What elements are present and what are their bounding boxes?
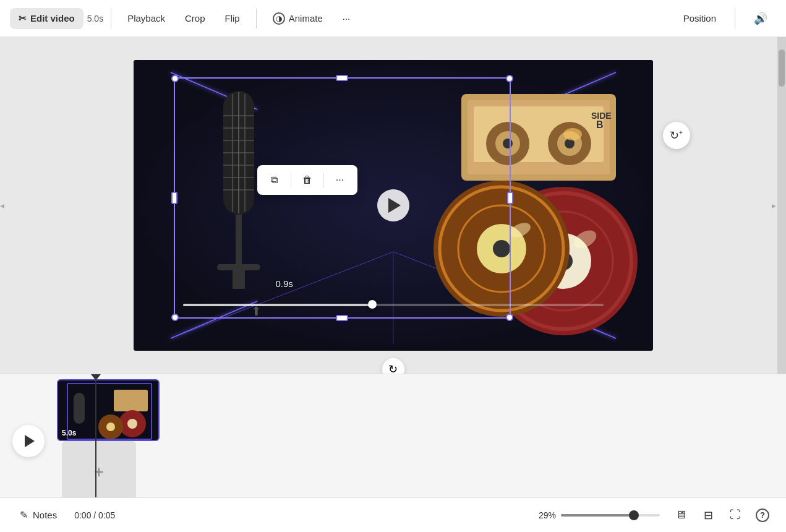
monitor-icon: 🖥 bbox=[675, 508, 686, 521]
time-total: 0:05 bbox=[98, 510, 115, 520]
position-button[interactable]: Position bbox=[675, 8, 725, 28]
delete-button[interactable]: 🗑 bbox=[296, 169, 318, 191]
microphone-element bbox=[189, 91, 288, 326]
duplicate-button[interactable]: ⧉ bbox=[263, 169, 286, 191]
ctx-divider-1 bbox=[291, 173, 291, 187]
refresh-button[interactable]: ↻ bbox=[382, 358, 404, 374]
edit-video-button[interactable]: ✂ Edit video bbox=[10, 8, 83, 29]
clip-duration-label: 5.0s bbox=[62, 429, 76, 437]
svg-point-40 bbox=[563, 128, 582, 140]
crop-label: Crop bbox=[185, 13, 205, 24]
add-comment-icon: ↻+ bbox=[670, 129, 683, 142]
time-current: 0:00 bbox=[74, 510, 91, 520]
clip-thumbnail[interactable]: 5.0s bbox=[57, 379, 160, 441]
playback-label: Playback bbox=[127, 13, 165, 24]
duration-badge: 5.0s bbox=[87, 14, 103, 24]
svg-rect-62 bbox=[74, 393, 85, 424]
cursor-indicator: ⬆ bbox=[251, 304, 262, 319]
pages-button[interactable]: ⊟ bbox=[697, 504, 719, 526]
refresh-icon: ↻ bbox=[388, 363, 398, 374]
notes-icon: ✎ bbox=[20, 509, 28, 521]
flip-label: Flip bbox=[225, 13, 240, 24]
playback-button[interactable]: Playback bbox=[119, 8, 174, 28]
monitor-button[interactable]: 🖥 bbox=[670, 504, 692, 526]
time-indicator: 0.9s bbox=[276, 278, 293, 289]
add-comment-button[interactable]: ↻+ bbox=[663, 122, 690, 149]
animate-button[interactable]: ◑ Animate bbox=[264, 7, 331, 30]
progress-fill bbox=[183, 304, 372, 306]
play-button[interactable] bbox=[377, 189, 409, 221]
divider-2 bbox=[256, 9, 257, 28]
vinyl-2-element bbox=[430, 178, 573, 320]
playhead-line bbox=[95, 380, 96, 497]
zoom-slider[interactable] bbox=[561, 514, 660, 517]
svg-rect-63 bbox=[114, 390, 148, 411]
flip-button[interactable]: Flip bbox=[216, 8, 249, 28]
divider-1 bbox=[111, 9, 111, 28]
volume-button[interactable]: 🔊 bbox=[745, 7, 776, 30]
cassette-element: SIDE B bbox=[461, 88, 616, 187]
ctx-divider-2 bbox=[323, 173, 324, 187]
timeline-play-icon bbox=[25, 435, 35, 447]
timeline-play-button[interactable] bbox=[12, 425, 45, 457]
scissors-icon: ✂ bbox=[19, 13, 27, 24]
playhead-arrow bbox=[91, 374, 101, 380]
pages-icon: ⊟ bbox=[704, 508, 713, 522]
scroll-left-indicator[interactable]: ◂ bbox=[0, 200, 4, 211]
ctx-more-button[interactable]: ··· bbox=[329, 169, 351, 191]
svg-point-67 bbox=[106, 423, 115, 431]
more-button[interactable]: ··· bbox=[334, 8, 359, 28]
scroll-right-indicator[interactable]: ▸ bbox=[772, 200, 776, 211]
svg-point-65 bbox=[127, 419, 137, 429]
play-icon bbox=[388, 198, 401, 213]
fullscreen-icon: ⛶ bbox=[730, 508, 741, 521]
main-content: SIDE B bbox=[0, 37, 786, 497]
progress-bar[interactable] bbox=[183, 304, 604, 306]
zoom-percent-label: 29% bbox=[539, 510, 556, 520]
time-separator: / bbox=[93, 510, 98, 520]
notes-button[interactable]: ✎ Notes bbox=[12, 504, 64, 526]
progress-thumb[interactable] bbox=[368, 300, 377, 309]
animate-icon: ◑ bbox=[273, 12, 285, 25]
svg-point-34 bbox=[503, 139, 513, 148]
svg-text:B: B bbox=[596, 119, 604, 130]
divider-3 bbox=[735, 9, 735, 28]
scroll-bar-right[interactable] bbox=[777, 37, 786, 374]
top-toolbar: ✂ Edit video 5.0s Playback Crop Flip ◑ A… bbox=[0, 0, 786, 37]
scroll-thumb-right[interactable] bbox=[779, 49, 785, 87]
crop-button[interactable]: Crop bbox=[176, 8, 214, 28]
bottom-bar: ✎ Notes 0:00 / 0:05 29% 🖥 ⊟ ⛶ ? bbox=[0, 497, 786, 532]
edit-video-label: Edit video bbox=[30, 13, 75, 24]
fullscreen-button[interactable]: ⛶ bbox=[724, 504, 746, 526]
ctx-more-icon: ··· bbox=[336, 174, 344, 186]
time-display: 0:00 / 0:05 bbox=[74, 510, 115, 520]
duplicate-icon: ⧉ bbox=[271, 174, 278, 186]
context-toolbar: ⧉ 🗑 ··· bbox=[257, 165, 357, 195]
delete-icon: 🗑 bbox=[302, 174, 312, 186]
zoom-track bbox=[561, 514, 634, 517]
video-container: SIDE B bbox=[134, 60, 653, 351]
help-icon: ? bbox=[756, 508, 769, 522]
toolbar-right: Position 🔊 bbox=[675, 7, 776, 30]
zoom-thumb[interactable] bbox=[629, 510, 639, 520]
volume-icon: 🔊 bbox=[754, 12, 767, 25]
clip-container: 5.0s + bbox=[57, 379, 160, 497]
video-frame: SIDE B bbox=[134, 60, 653, 351]
timeline-track: 5.0s + bbox=[0, 374, 786, 497]
playhead bbox=[91, 374, 101, 497]
svg-rect-23 bbox=[236, 215, 242, 264]
svg-rect-24 bbox=[217, 264, 260, 270]
notes-label: Notes bbox=[33, 510, 57, 520]
more-icon: ··· bbox=[343, 13, 351, 24]
zoom-controls: 29% bbox=[539, 510, 660, 520]
bottom-right-buttons: 🖥 ⊟ ⛶ ? bbox=[670, 504, 774, 526]
animate-label: Animate bbox=[289, 13, 323, 24]
canvas-area: SIDE B bbox=[0, 37, 786, 374]
position-label: Position bbox=[683, 13, 716, 24]
svg-point-55 bbox=[493, 240, 510, 257]
svg-rect-25 bbox=[233, 270, 245, 289]
timeline-area: 5.0s + bbox=[0, 374, 786, 497]
help-button[interactable]: ? bbox=[751, 504, 774, 526]
